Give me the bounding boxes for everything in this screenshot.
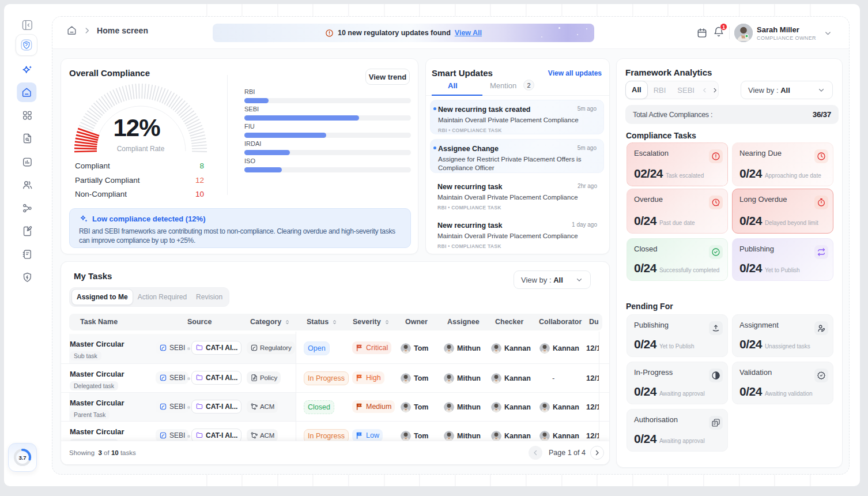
svg-text:3.7: 3.7 (18, 454, 26, 461)
